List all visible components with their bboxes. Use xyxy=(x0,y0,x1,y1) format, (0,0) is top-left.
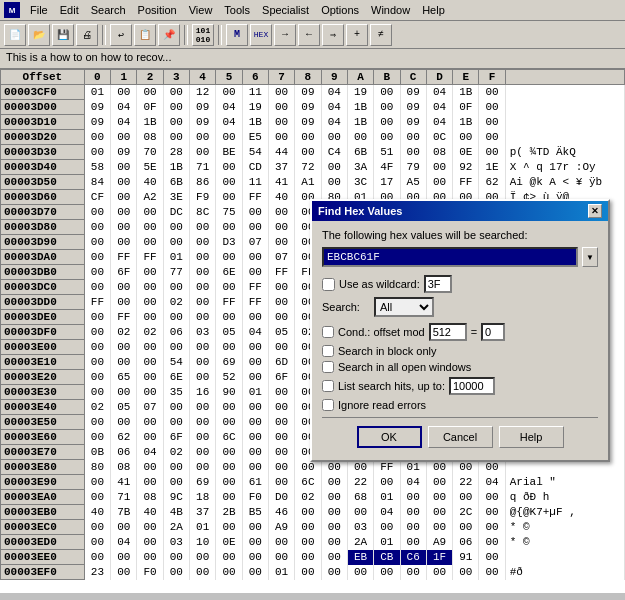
cell-hex[interactable]: 00 xyxy=(216,280,242,295)
cell-hex[interactable]: 41 xyxy=(111,475,137,490)
cell-hex[interactable]: 54 xyxy=(163,355,189,370)
cell-hex[interactable]: 6D xyxy=(268,355,294,370)
cell-hex[interactable]: 00 xyxy=(84,550,110,565)
cell-hex[interactable]: 00 xyxy=(479,550,505,565)
cell-hex[interactable]: 00 xyxy=(163,340,189,355)
menu-item-specialist[interactable]: Specialist xyxy=(256,2,315,18)
cell-hex[interactable]: 00 xyxy=(321,565,347,580)
cell-hex[interactable]: 00 xyxy=(268,100,294,115)
hex-button[interactable]: 101010 xyxy=(192,24,214,46)
cell-hex[interactable]: 00 xyxy=(479,85,505,100)
cell-hex[interactable]: 1B xyxy=(347,100,373,115)
cell-hex[interactable]: 00 xyxy=(137,220,163,235)
cell-hex[interactable]: 00 xyxy=(321,520,347,535)
wildcard-checkbox[interactable] xyxy=(322,278,335,291)
cell-hex[interactable]: 77 xyxy=(163,265,189,280)
menu-item-view[interactable]: View xyxy=(183,2,219,18)
cell-hex[interactable]: D0 xyxy=(268,490,294,505)
cell-hex[interactable]: 00 xyxy=(295,535,321,550)
cell-hex[interactable]: 00 xyxy=(347,505,373,520)
cell-hex[interactable]: 00 xyxy=(242,340,268,355)
cell-hex[interactable]: 00 xyxy=(321,475,347,490)
copy-button[interactable]: 📋 xyxy=(134,24,156,46)
cell-hex[interactable]: 00 xyxy=(453,565,479,580)
cell-hex[interactable]: 03 xyxy=(190,325,216,340)
cell-hex[interactable]: 00 xyxy=(295,520,321,535)
print-button[interactable]: 🖨 xyxy=(76,24,98,46)
cell-hex[interactable]: 00 xyxy=(321,175,347,190)
cell-hex[interactable]: 00 xyxy=(137,295,163,310)
cell-hex[interactable]: 00 xyxy=(242,265,268,280)
cell-hex[interactable]: 00 xyxy=(400,535,426,550)
cell-hex[interactable]: 3C xyxy=(347,175,373,190)
cell-hex[interactable]: 44 xyxy=(268,145,294,160)
calc-button[interactable]: + xyxy=(346,24,368,46)
cell-hex[interactable]: 08 xyxy=(137,490,163,505)
cell-hex[interactable]: 00 xyxy=(242,550,268,565)
cell-hex[interactable]: 00 xyxy=(242,460,268,475)
cell-hex[interactable]: 4F xyxy=(374,160,400,175)
cell-hex[interactable]: 00 xyxy=(321,160,347,175)
cell-hex[interactable]: 00 xyxy=(216,340,242,355)
cell-hex[interactable]: 00 xyxy=(111,550,137,565)
cell-hex[interactable]: 62 xyxy=(111,430,137,445)
cell-hex[interactable]: 80 xyxy=(84,460,110,475)
cell-hex[interactable]: 07 xyxy=(268,250,294,265)
cell-hex[interactable]: 00 xyxy=(111,385,137,400)
cell-hex[interactable]: FF xyxy=(453,175,479,190)
cell-hex[interactable]: 00 xyxy=(137,340,163,355)
cell-hex[interactable]: 00 xyxy=(268,535,294,550)
cell-hex[interactable]: 00 xyxy=(111,235,137,250)
cell-hex[interactable]: F9 xyxy=(190,190,216,205)
cell-hex[interactable]: 00 xyxy=(190,430,216,445)
cell-hex[interactable]: 04 xyxy=(321,100,347,115)
cell-hex[interactable]: 00 xyxy=(111,565,137,580)
cell-hex[interactable]: 00 xyxy=(321,130,347,145)
ok-button[interactable]: OK xyxy=(357,426,422,448)
cell-hex[interactable]: 71 xyxy=(111,490,137,505)
cell-hex[interactable]: 00 xyxy=(426,565,452,580)
cell-hex[interactable]: 07 xyxy=(242,235,268,250)
cell-hex[interactable]: 84 xyxy=(84,175,110,190)
cell-hex[interactable]: 00 xyxy=(479,100,505,115)
cell-hex[interactable]: 04 xyxy=(479,475,505,490)
cell-hex[interactable]: 00 xyxy=(84,325,110,340)
cell-hex[interactable]: 00 xyxy=(400,505,426,520)
menu-item-position[interactable]: Position xyxy=(132,2,183,18)
cell-hex[interactable]: 0E xyxy=(216,535,242,550)
cell-hex[interactable]: 01 xyxy=(374,490,400,505)
cell-hex[interactable]: 1E xyxy=(479,160,505,175)
cell-hex[interactable]: 00 xyxy=(268,295,294,310)
cell-hex[interactable]: 00 xyxy=(268,445,294,460)
cell-hex[interactable]: 00 xyxy=(163,100,189,115)
cell-hex[interactable]: 00 xyxy=(268,415,294,430)
cell-hex[interactable]: 09 xyxy=(190,115,216,130)
cell-hex[interactable]: F0 xyxy=(137,565,163,580)
cell-hex[interactable]: 00 xyxy=(111,520,137,535)
cell-hex[interactable]: 04 xyxy=(111,115,137,130)
cell-hex[interactable]: 1B xyxy=(137,115,163,130)
cell-hex[interactable]: 6F xyxy=(163,430,189,445)
cell-hex[interactable]: 08 xyxy=(426,145,452,160)
cell-hex[interactable]: 00 xyxy=(268,85,294,100)
cell-hex[interactable]: 41 xyxy=(268,175,294,190)
cell-hex[interactable]: 00 xyxy=(111,205,137,220)
cell-hex[interactable]: 01 xyxy=(242,385,268,400)
cell-hex[interactable]: B5 xyxy=(242,505,268,520)
cell-hex[interactable]: 92 xyxy=(453,160,479,175)
cell-hex[interactable]: 00 xyxy=(137,475,163,490)
search-windows-checkbox[interactable] xyxy=(322,361,334,373)
cell-hex[interactable]: 00 xyxy=(347,565,373,580)
cell-hex[interactable]: 00 xyxy=(190,460,216,475)
cell-hex[interactable]: 3A xyxy=(347,160,373,175)
cell-hex[interactable]: 00 xyxy=(295,550,321,565)
cell-hex[interactable]: 00 xyxy=(216,175,242,190)
cell-hex[interactable]: FF xyxy=(111,310,137,325)
cell-hex[interactable]: 00 xyxy=(163,310,189,325)
cell-hex[interactable]: 00 xyxy=(242,535,268,550)
find-next-button[interactable]: → xyxy=(274,24,296,46)
cell-hex[interactable]: 00 xyxy=(111,355,137,370)
cell-hex[interactable]: 00 xyxy=(163,235,189,250)
cell-hex[interactable]: 00 xyxy=(268,385,294,400)
paste-button[interactable]: 📌 xyxy=(158,24,180,46)
